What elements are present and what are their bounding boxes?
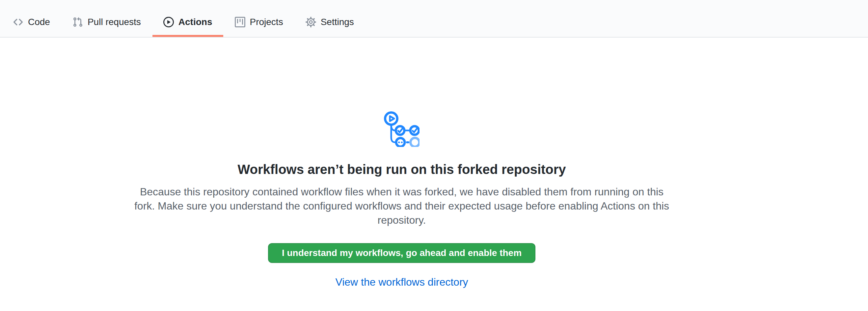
workflow-graph-icon [384, 111, 420, 147]
tab-label: Projects [250, 18, 283, 27]
blankslate-description: Because this repository contained workfl… [128, 185, 675, 227]
gear-icon [306, 17, 316, 27]
tab-code[interactable]: Code [2, 0, 61, 37]
tab-label: Code [28, 18, 50, 27]
code-icon [13, 17, 23, 27]
play-icon [163, 17, 174, 27]
tab-pull-requests[interactable]: Pull requests [62, 0, 152, 37]
repo-tab-bar: Code Pull requests Actions Projects [0, 0, 868, 37]
blankslate-heading: Workflows aren’t being run on this forke… [238, 162, 566, 177]
git-pull-request-icon [72, 17, 83, 27]
view-workflows-directory-link[interactable]: View the workflows directory [335, 276, 468, 288]
tab-label: Settings [321, 18, 354, 27]
tab-label: Actions [179, 18, 212, 27]
blankslate-content: Workflows aren’t being run on this forke… [0, 37, 803, 288]
enable-workflows-button[interactable]: I understand my workflows, go ahead and … [268, 243, 535, 263]
tab-label: Pull requests [88, 18, 141, 27]
tab-actions[interactable]: Actions [152, 0, 223, 37]
repository-actions-page: Code Pull requests Actions Projects [0, 0, 868, 288]
actions-blankslate: Workflows aren’t being run on this forke… [0, 37, 868, 288]
tab-settings[interactable]: Settings [295, 0, 365, 37]
project-icon [235, 17, 245, 27]
tab-projects[interactable]: Projects [224, 0, 294, 37]
